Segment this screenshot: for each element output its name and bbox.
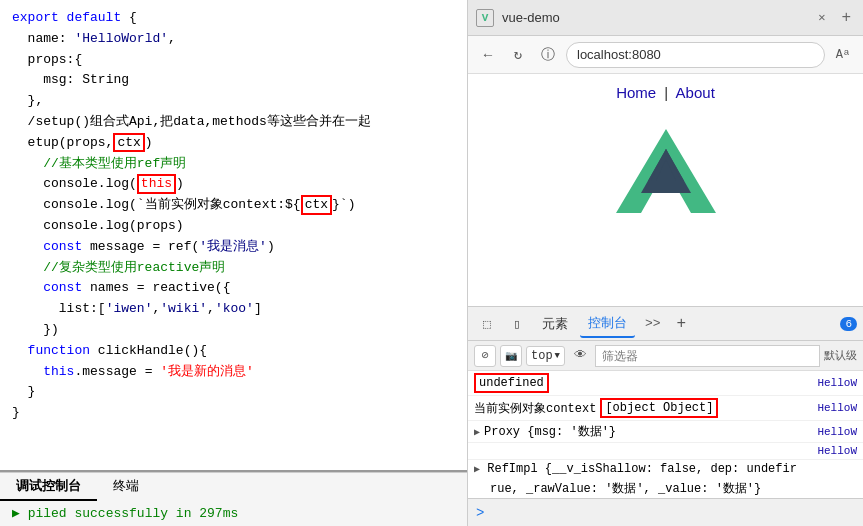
url-text: localhost:8080 xyxy=(577,47,661,62)
browser-content: Home | About xyxy=(468,74,863,306)
code-line: list:['iwen','wiki','koo'] xyxy=(12,299,455,320)
console-source[interactable]: HelloW xyxy=(817,377,857,389)
refimpl-text: RefImpl {__v_isShallow: false, dep: unde… xyxy=(487,462,797,476)
close-tab-button[interactable]: ✕ xyxy=(814,8,829,27)
console-source[interactable]: HelloW xyxy=(817,426,857,438)
code-line: }) xyxy=(12,320,455,341)
console-toolbar: ⊘ 📷 top ▼ 👁 默认级 xyxy=(468,341,863,371)
devtools-panel: ⬚ ▯ 元素 控制台 >> + 6 ⊘ 📷 top ▼ 👁 默认级 undefi… xyxy=(468,306,863,526)
console-prompt-icon[interactable]: > xyxy=(476,505,484,521)
code-line: console.log(`当前实例对象context:${ctx}`) xyxy=(12,195,455,216)
console-row: HelloW xyxy=(468,443,863,460)
console-source[interactable]: HelloW xyxy=(817,402,857,414)
top-context-selector[interactable]: top ▼ xyxy=(526,346,565,366)
code-line: name: 'HelloWorld', xyxy=(12,29,455,50)
devtools-add-tab[interactable]: + xyxy=(671,311,693,337)
tab-elements[interactable]: 元素 xyxy=(534,311,576,337)
code-line: //复杂类型使用reactive声明 xyxy=(12,258,455,279)
browser-navbar: ← ↻ ⓘ localhost:8080 Aª xyxy=(468,36,863,74)
address-bar[interactable]: localhost:8080 xyxy=(566,42,825,68)
code-line: console.log(props) xyxy=(12,216,455,237)
console-badge: 6 xyxy=(840,317,857,331)
code-line: } xyxy=(12,403,455,424)
info-button[interactable]: ⓘ xyxy=(536,43,560,67)
default-level-label: 默认级 xyxy=(824,348,857,363)
code-editor: export default { name: 'HelloWorld', pro… xyxy=(0,0,468,526)
about-link[interactable]: About xyxy=(676,84,715,101)
code-line: /setup()组合式Api,把data,methods等这些合并在一起 xyxy=(12,112,455,133)
devtools-more-tabs[interactable]: >> xyxy=(639,312,667,335)
console-output: undefined HelloW 当前实例对象context [object O… xyxy=(468,371,863,498)
console-row: ▶ RefImpl {__v_isShallow: false, dep: un… xyxy=(468,460,863,498)
undefined-value: undefined xyxy=(474,373,549,393)
reload-button[interactable]: ↻ xyxy=(506,43,530,67)
code-line: //基本类型使用ref声明 xyxy=(12,154,455,175)
devtools-icon-cursor[interactable]: ⬚ xyxy=(474,311,500,337)
code-line: props:{ xyxy=(12,50,455,71)
console-input-bar: > xyxy=(468,498,863,526)
proxy-text: Proxy {msg: '数据'} xyxy=(484,423,616,440)
code-line: } xyxy=(12,382,455,403)
console-label: 当前实例对象context xyxy=(474,400,596,417)
tab-title: vue-demo xyxy=(502,10,806,25)
code-line: console.log(this) xyxy=(12,174,455,195)
clear-console-button[interactable]: ⊘ xyxy=(474,345,496,367)
code-line: etup(props,ctx) xyxy=(12,133,455,154)
editor-bottom-bar: 调试控制台 终端 ▶ piled successfully in 297ms xyxy=(0,470,467,526)
browser-titlebar: V vue-demo ✕ + xyxy=(468,0,863,36)
code-line: msg: String xyxy=(12,70,455,91)
tab-debug-console[interactable]: 调试控制台 xyxy=(0,473,97,501)
browser-page-icon: V xyxy=(476,9,494,27)
chevron-down-icon: ▼ xyxy=(555,351,560,361)
devtools-icon-device[interactable]: ▯ xyxy=(504,311,530,337)
code-line: const names = reactive({ xyxy=(12,278,455,299)
code-line: const message = ref('我是消息') xyxy=(12,237,455,258)
tab-console[interactable]: 控制台 xyxy=(580,310,635,338)
expand-arrow-icon[interactable]: ▶ xyxy=(474,426,480,438)
expand-arrow-icon[interactable]: ▶ xyxy=(474,464,480,475)
back-button[interactable]: ← xyxy=(476,43,500,67)
vue-favicon: V xyxy=(482,12,489,24)
nav-separator: | xyxy=(664,84,668,101)
refimpl-text-2: rue, _rawValue: '数据', _value: '数据'} xyxy=(490,482,761,496)
code-line: function clickHandle(){ xyxy=(12,341,455,362)
console-row: 当前实例对象context [object Object] HelloW xyxy=(468,396,863,421)
code-content: export default { name: 'HelloWorld', pro… xyxy=(0,0,467,470)
console-row: ▶ Proxy {msg: '数据'} HelloW xyxy=(468,421,863,443)
devtools-tabs: ⬚ ▯ 元素 控制台 >> + 6 xyxy=(468,307,863,341)
new-tab-button[interactable]: + xyxy=(837,7,855,29)
code-line: }, xyxy=(12,91,455,112)
code-line: export default { xyxy=(12,8,455,29)
vue-logo xyxy=(468,121,863,221)
top-selector-label: top xyxy=(531,349,553,363)
console-source[interactable]: HelloW xyxy=(817,445,857,457)
object-value: [object Object] xyxy=(600,398,718,418)
compiled-status: ▶ piled successfully in 297ms xyxy=(0,501,467,525)
eye-icon-button[interactable]: 👁 xyxy=(569,345,591,367)
reader-mode-button[interactable]: Aª xyxy=(831,43,855,67)
capture-screenshot-button[interactable]: 📷 xyxy=(500,345,522,367)
code-line: this.message = '我是新的消息' xyxy=(12,362,455,383)
browser-panel: V vue-demo ✕ + ← ↻ ⓘ localhost:8080 Aª H… xyxy=(468,0,863,526)
compiled-text: piled successfully in 297ms xyxy=(28,506,239,521)
page-navigation: Home | About xyxy=(468,74,863,111)
home-link[interactable]: Home xyxy=(616,84,656,101)
tab-terminal[interactable]: 终端 xyxy=(97,473,155,501)
filter-input[interactable] xyxy=(595,345,820,367)
console-row: undefined HelloW xyxy=(468,371,863,396)
